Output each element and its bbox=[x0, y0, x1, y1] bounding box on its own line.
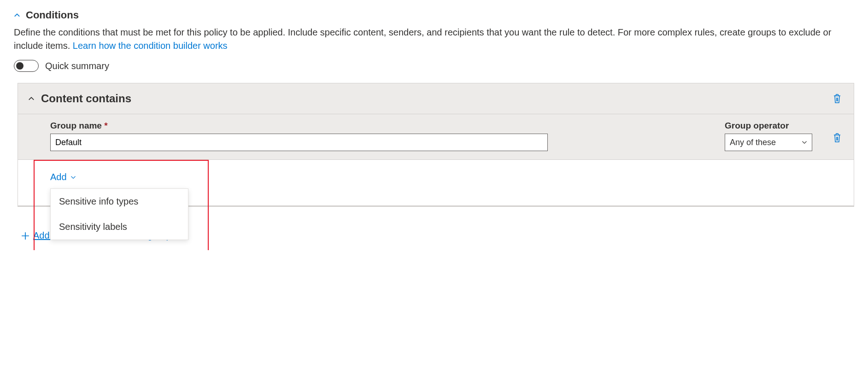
content-contains-panel: Content contains Group name * Group oper… bbox=[18, 83, 854, 206]
delete-panel-button[interactable] bbox=[831, 92, 844, 105]
group-operator-block: Group operator Any of these bbox=[725, 121, 812, 151]
conditions-section-header[interactable]: Conditions bbox=[14, 9, 854, 21]
add-dropdown-menu: Sensitive info types Sensitivity labels bbox=[50, 188, 188, 240]
quick-summary-label: Quick summary bbox=[45, 61, 109, 71]
group-name-block: Group name * bbox=[50, 121, 706, 151]
panel-header: Content contains bbox=[18, 83, 854, 114]
add-area: Add Sensitive info types Sensitivity lab… bbox=[18, 160, 854, 206]
toggle-knob bbox=[16, 62, 23, 70]
chevron-up-icon[interactable] bbox=[28, 95, 35, 102]
chevron-down-icon bbox=[70, 175, 76, 180]
delete-group-button[interactable] bbox=[831, 131, 844, 145]
quick-summary-row: Quick summary bbox=[14, 60, 854, 72]
chevron-up-icon bbox=[14, 12, 20, 18]
panel-title: Content contains bbox=[41, 92, 131, 105]
group-name-label-text: Group name bbox=[50, 121, 102, 130]
group-row: Group name * Group operator Any of these bbox=[18, 114, 854, 160]
add-label: Add bbox=[50, 172, 67, 182]
learn-link[interactable]: Learn how the condition builder works bbox=[73, 41, 228, 51]
add-dropdown-button[interactable]: Add bbox=[50, 172, 76, 182]
group-name-input[interactable] bbox=[50, 134, 548, 151]
group-operator-label: Group operator bbox=[725, 121, 812, 131]
plus-icon bbox=[21, 232, 29, 240]
conditions-title: Conditions bbox=[26, 9, 79, 21]
menu-item-sensitivity-labels[interactable]: Sensitivity labels bbox=[51, 214, 188, 240]
trash-icon bbox=[833, 133, 842, 143]
group-operator-value: Any of these bbox=[730, 138, 776, 147]
group-name-label: Group name * bbox=[50, 121, 706, 131]
group-operator-select[interactable]: Any of these bbox=[725, 134, 812, 151]
required-star: * bbox=[104, 121, 107, 130]
conditions-description: Define the conditions that must be met f… bbox=[14, 26, 854, 53]
menu-item-sensitive-info-types[interactable]: Sensitive info types bbox=[51, 189, 188, 214]
quick-summary-toggle[interactable] bbox=[14, 60, 39, 72]
chevron-down-icon bbox=[802, 140, 807, 145]
trash-icon bbox=[833, 94, 842, 104]
